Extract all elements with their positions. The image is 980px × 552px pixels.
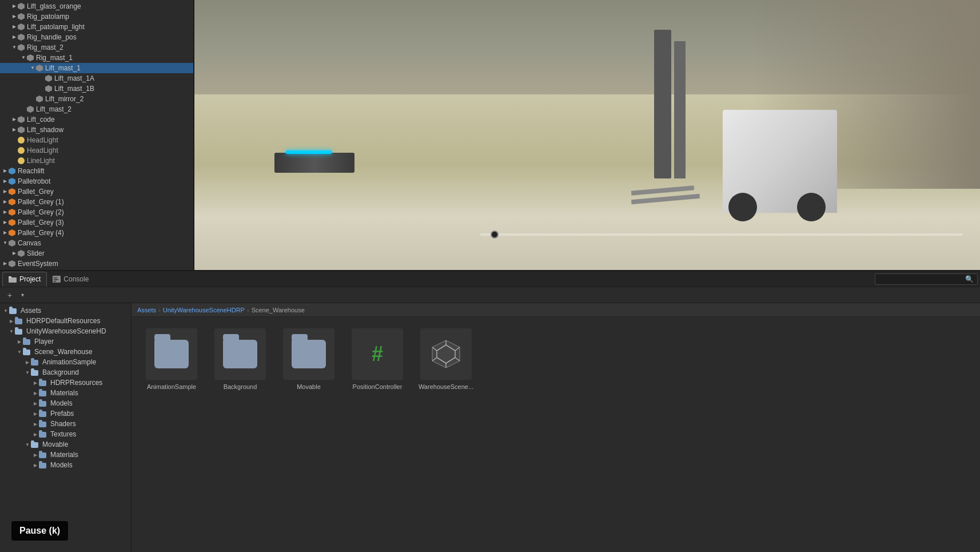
file-tree-item[interactable]: ▶AnimationSample: [0, 357, 131, 367]
file-tree-item[interactable]: ▼Scene_Warehouse: [0, 347, 131, 357]
tab-console[interactable]: Console: [47, 272, 94, 287]
file-tree-item[interactable]: ▶Textures: [0, 429, 131, 439]
viewport[interactable]: [194, 0, 980, 270]
hierarchy-item[interactable]: Lift_mast_2: [0, 104, 193, 114]
hierarchy-item[interactable]: ▶Pallet_Grey (2): [0, 207, 193, 217]
expand-arrow[interactable]: ▶: [11, 127, 17, 133]
hierarchy-item[interactable]: ▶Rig_patolamp: [0, 11, 193, 22]
hierarchy-item[interactable]: ▼Rig_mast_1: [0, 53, 193, 63]
ft-expand-arrow[interactable]: ▶: [16, 339, 23, 344]
file-tree-item[interactable]: ▶Models: [0, 460, 131, 470]
ft-expand-arrow[interactable]: ▶: [32, 463, 39, 468]
hierarchy-item[interactable]: LineLight: [0, 156, 193, 166]
ft-expand-arrow[interactable]: ▶: [24, 360, 31, 365]
hierarchy-item[interactable]: ▼Lift_mast_1: [0, 63, 193, 73]
ft-expand-arrow[interactable]: ▶: [32, 380, 39, 386]
expand-arrow[interactable]: [39, 86, 45, 92]
expand-arrow[interactable]: ▶: [2, 220, 8, 225]
search-input[interactable]: [879, 276, 965, 283]
expand-arrow[interactable]: [11, 158, 17, 164]
hierarchy-item[interactable]: ▶Lift_shadow: [0, 125, 193, 135]
expand-arrow[interactable]: [11, 137, 17, 143]
hierarchy-item[interactable]: ▶Pallet_Grey (1): [0, 197, 193, 207]
timeline-dot[interactable]: [491, 231, 499, 239]
expand-arrow[interactable]: ▶: [2, 199, 8, 205]
ft-expand-arrow[interactable]: ▶: [32, 391, 39, 396]
file-tree-item[interactable]: ▶Materials: [0, 388, 131, 398]
ft-expand-arrow[interactable]: ▶: [32, 432, 39, 437]
hierarchy-item[interactable]: ▶Palletrobot: [0, 176, 193, 186]
file-tree-item[interactable]: ▶Prefabs: [0, 408, 131, 419]
expand-arrow[interactable]: ▶: [2, 168, 8, 174]
expand-arrow[interactable]: ▶: [11, 3, 17, 9]
search-box[interactable]: 🔍: [875, 273, 978, 285]
hierarchy-item[interactable]: ▶Lift_patolamp_light: [0, 22, 193, 32]
expand-arrow[interactable]: ▶: [11, 34, 17, 40]
expand-arrow[interactable]: ▶: [11, 14, 17, 19]
file-tree-item[interactable]: ▼Background: [0, 367, 131, 378]
expand-arrow[interactable]: [11, 148, 17, 153]
expand-arrow[interactable]: ▼: [11, 45, 17, 50]
expand-arrow[interactable]: ▼: [2, 240, 8, 246]
file-tree-item[interactable]: ▶Materials: [0, 450, 131, 460]
file-tree-item[interactable]: ▶HDRPResources: [0, 378, 131, 388]
ft-assets-root[interactable]: ▼ Assets: [0, 305, 131, 316]
hierarchy-item[interactable]: ▶Slider: [0, 248, 193, 259]
file-tree-item[interactable]: ▶HDRPDefaultResources: [0, 316, 131, 326]
timeline[interactable]: [480, 233, 963, 236]
file-tree-item[interactable]: ▶Models: [0, 398, 131, 408]
breadcrumb-hdrp[interactable]: UnityWarehouseSceneHDRP: [163, 307, 245, 313]
hierarchy-item[interactable]: HeadLight: [0, 135, 193, 145]
hierarchy-item[interactable]: ▼Canvas: [0, 238, 193, 248]
tab-project[interactable]: Project: [2, 272, 47, 287]
expand-arrow[interactable]: ▶: [2, 261, 8, 267]
expand-arrow[interactable]: ▼: [21, 55, 26, 61]
hierarchy-item[interactable]: ▶Pallet_Grey: [0, 186, 193, 197]
ft-expand-arrow[interactable]: ▶: [32, 401, 39, 406]
ft-expand-arrow[interactable]: ▶: [32, 411, 39, 416]
hierarchy-item[interactable]: ▶Reachlift: [0, 166, 193, 176]
hierarchy-item[interactable]: Lift_mast_1B: [0, 84, 193, 94]
hierarchy-item[interactable]: ▶Pallet_Grey (4): [0, 228, 193, 238]
expand-arrow[interactable]: ▶: [2, 230, 8, 236]
expand-arrow[interactable]: ▶: [11, 117, 17, 122]
hierarchy-item[interactable]: ▶EventSystem: [0, 259, 193, 269]
file-tree-item[interactable]: ▼Movable: [0, 439, 131, 450]
hierarchy-item[interactable]: HeadLight: [0, 145, 193, 156]
hierarchy-item[interactable]: Lift_mast_1A: [0, 73, 193, 84]
hierarchy-item[interactable]: Lift_mirror_2: [0, 94, 193, 104]
expand-arrow[interactable]: ▼: [30, 65, 35, 71]
asset-item[interactable]: Background: [212, 328, 269, 390]
ft-expand-arrow[interactable]: ▶: [32, 422, 39, 427]
ft-expand-arrow[interactable]: ▼: [8, 329, 15, 334]
ft-expand-arrow[interactable]: ▶: [8, 319, 15, 324]
expand-arrow[interactable]: [39, 76, 45, 81]
expand-arrow[interactable]: [30, 96, 35, 102]
hierarchy-item[interactable]: ▶Lift_code: [0, 114, 193, 125]
expand-arrow[interactable]: ▶: [2, 209, 8, 215]
expand-arrow[interactable]: ▶: [2, 178, 8, 184]
asset-item[interactable]: AnimationSample: [143, 328, 200, 390]
hierarchy-item[interactable]: ▶Pallet_Grey (3): [0, 217, 193, 228]
expand-arrow[interactable]: ▶: [11, 24, 17, 30]
ft-expand-arrow[interactable]: ▶: [32, 452, 39, 458]
add-button[interactable]: +: [3, 289, 16, 301]
asset-item[interactable]: #PositionController: [349, 328, 406, 390]
hierarchy-item[interactable]: ▼Rig_mast_2: [0, 42, 193, 53]
expand-arrow[interactable]: ▶: [11, 251, 17, 256]
expand-arrow[interactable]: ▶: [2, 189, 8, 194]
asset-item[interactable]: Movable: [280, 328, 337, 390]
file-tree[interactable]: ▼ Assets ▶HDRPDefaultResources▼UnityWare…: [0, 303, 132, 552]
hierarchy-item[interactable]: ▶Lift_glass_orange: [0, 1, 193, 11]
hierarchy-items[interactable]: ▶Lift_glass_orange▶Rig_patolamp▶Lift_pat…: [0, 0, 193, 270]
file-tree-item[interactable]: ▼UnityWarehouseSceneHD: [0, 326, 131, 336]
ft-expand-arrow[interactable]: ▼: [24, 442, 31, 447]
menu-button[interactable]: ▾: [16, 289, 29, 301]
file-tree-item[interactable]: ▶Shaders: [0, 419, 131, 429]
hierarchy-item[interactable]: ▶Rig_handle_pos: [0, 32, 193, 42]
asset-item[interactable]: WarehouseScene...: [417, 328, 475, 390]
file-tree-item[interactable]: ▶Player: [0, 336, 131, 347]
ft-expand-arrow[interactable]: ▼: [16, 350, 23, 355]
expand-arrow[interactable]: [21, 106, 26, 112]
breadcrumb-assets[interactable]: Assets: [137, 307, 156, 313]
